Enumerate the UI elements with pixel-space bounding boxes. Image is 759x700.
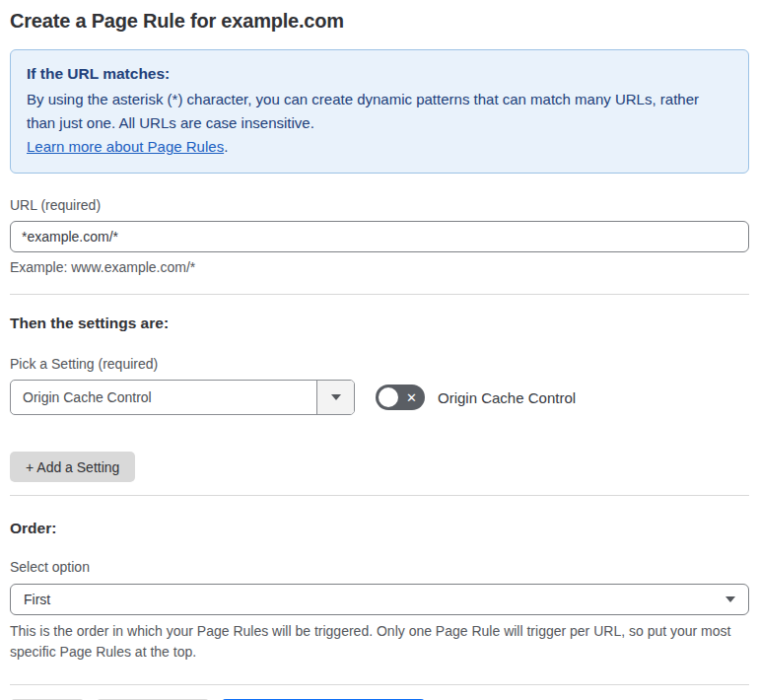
toggle-knob (379, 387, 398, 407)
setting-select-arrow-button[interactable] (316, 381, 354, 414)
divider (10, 294, 749, 295)
info-box-heading: If the URL matches: (27, 62, 732, 86)
learn-more-link[interactable]: Learn more about Page Rules (27, 138, 224, 155)
info-box-link-line: Learn more about Page Rules. (27, 135, 732, 159)
chevron-down-icon (725, 596, 735, 602)
url-input[interactable] (10, 221, 749, 252)
order-helper-text: This is the order in which your Page Rul… (10, 621, 744, 663)
settings-section-heading: Then the settings are: (10, 315, 749, 332)
link-suffix: . (224, 138, 228, 155)
setting-row: Origin Cache Control ✕ Origin Cache Cont… (10, 380, 749, 415)
url-match-info-box: If the URL matches: By using the asteris… (10, 49, 749, 174)
order-select[interactable]: First (10, 584, 749, 615)
divider (10, 684, 749, 685)
url-example-helper: Example: www.example.com/* (10, 259, 749, 275)
order-select-value: First (24, 592, 50, 607)
pick-setting-label: Pick a Setting (required) (10, 356, 749, 372)
toggle-off-icon: ✕ (406, 385, 417, 410)
origin-cache-control-toggle[interactable]: ✕ (376, 385, 425, 410)
chevron-down-icon (331, 394, 341, 400)
toggle-label: Origin Cache Control (438, 389, 576, 406)
info-box-body: By using the asterisk (*) character, you… (27, 88, 717, 135)
setting-select-value: Origin Cache Control (11, 381, 316, 414)
page-title: Create a Page Rule for example.com (10, 10, 749, 33)
add-setting-button[interactable]: + Add a Setting (10, 452, 135, 482)
setting-select[interactable]: Origin Cache Control (10, 380, 355, 415)
order-section-heading: Order: (10, 520, 749, 537)
url-field-label: URL (required) (10, 197, 749, 213)
divider (10, 495, 749, 496)
order-select-label: Select option (10, 559, 749, 575)
